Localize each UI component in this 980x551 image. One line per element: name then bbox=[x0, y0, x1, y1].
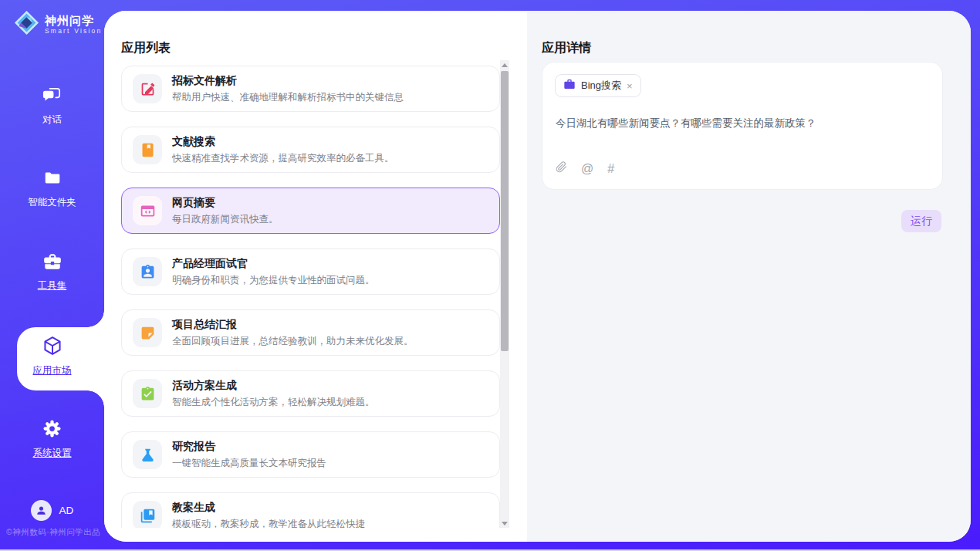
app-card-pm-interviewer[interactable]: 产品经理面试官 明确身份和职责，为您提供专业性的面试问题。 bbox=[121, 248, 500, 295]
toolbox-icon bbox=[42, 252, 63, 275]
flask-icon bbox=[133, 440, 162, 469]
app-card-research-report[interactable]: 研究报告 一键智能生成高质量长文本研究报告 bbox=[121, 431, 500, 478]
brand-diamond-icon bbox=[14, 10, 39, 39]
run-button[interactable]: 运行 bbox=[901, 210, 941, 232]
app-card-literature-search[interactable]: 文献搜索 快速精准查找学术资源，提高研究效率的必备工具。 bbox=[121, 127, 500, 173]
app-card-title: 教案生成 bbox=[172, 501, 365, 515]
app-list-title: 应用列表 bbox=[121, 40, 171, 56]
app-card-title: 网页摘要 bbox=[172, 196, 279, 210]
clipboard-check-icon bbox=[133, 379, 162, 408]
user-name: AD bbox=[59, 505, 74, 516]
sidebar-item-toolset[interactable]: 工具集 bbox=[0, 252, 104, 304]
sticky-note-icon bbox=[133, 318, 162, 347]
brand-subtitle: Smart Vision bbox=[45, 27, 102, 35]
app-card-event-plan[interactable]: 活动方案生成 智能生成个性化活动方案，轻松解决规划难题。 bbox=[121, 370, 500, 417]
app-card-desc: 每日政府新闻资讯快查。 bbox=[172, 213, 279, 226]
brand-name: 神州问学 bbox=[45, 14, 102, 27]
gear-icon bbox=[42, 418, 63, 442]
sidebar-item-label: 系统设置 bbox=[33, 447, 72, 460]
sidebar: 神州问学 Smart Vision 对话 智能文件夹 工具集 bbox=[0, 0, 104, 551]
main-panel: 应用列表 招标文件解析 帮助用户快速、准确地理解和解析招标书中的关键信息 bbox=[104, 11, 971, 542]
person-doc-icon bbox=[133, 257, 162, 286]
app-card-desc: 明确身份和职责，为您提供专业性的面试问题。 bbox=[172, 274, 375, 287]
app-card-title: 研究报告 bbox=[172, 440, 326, 454]
tool-chip-bing-search[interactable]: Bing搜索 × bbox=[555, 74, 641, 97]
folder-icon bbox=[42, 168, 63, 191]
app-card-title: 招标文件解析 bbox=[172, 74, 404, 88]
scrollbar-down-arrow-icon[interactable] bbox=[500, 519, 509, 528]
app-card-title: 活动方案生成 bbox=[172, 379, 375, 393]
user-account[interactable]: AD bbox=[0, 500, 104, 521]
composer-toolbar: @ # bbox=[556, 161, 614, 177]
app-card-web-summary[interactable]: 网页摘要 每日政府新闻资讯快查。 bbox=[121, 188, 500, 234]
close-icon[interactable]: × bbox=[627, 81, 633, 91]
app-card-project-summary[interactable]: 项目总结汇报 全面回顾项目进展，总结经验教训，助力未来优化发展。 bbox=[121, 309, 500, 356]
app-detail-title: 应用详情 bbox=[542, 40, 591, 56]
query-text[interactable]: 今日湖北有哪些新闻要点？有哪些需要关注的最新政策？ bbox=[556, 117, 816, 130]
edit-square-icon bbox=[133, 74, 162, 103]
book-icon bbox=[133, 135, 162, 164]
app-card-title: 文献搜索 bbox=[172, 135, 394, 149]
app-card-lesson-plan[interactable]: 教案生成 模板驱动，教案秒成，教学准备从此轻松快捷 bbox=[121, 492, 500, 528]
scrollbar-thumb[interactable] bbox=[501, 71, 509, 351]
books-icon bbox=[133, 501, 162, 528]
prompt-card: Bing搜索 × 今日湖北有哪些新闻要点？有哪些需要关注的最新政策？ @ # bbox=[542, 62, 943, 190]
chat-icon bbox=[42, 85, 63, 109]
app-card-title: 项目总结汇报 bbox=[172, 318, 414, 332]
paperclip-icon[interactable] bbox=[556, 161, 567, 177]
sidebar-item-label: 应用市场 bbox=[33, 364, 72, 377]
sidebar-item-label: 工具集 bbox=[38, 279, 67, 292]
app-card-desc: 模板驱动，教案秒成，教学准备从此轻松快捷 bbox=[172, 518, 365, 529]
cube-icon bbox=[42, 335, 63, 360]
mention-icon[interactable]: @ bbox=[581, 162, 593, 176]
app-card-desc: 一键智能生成高质量长文本研究报告 bbox=[172, 457, 326, 470]
app-card-desc: 智能生成个性化活动方案，轻松解决规划难题。 bbox=[172, 396, 375, 409]
app-card-desc: 快速精准查找学术资源，提高研究效率的必备工具。 bbox=[172, 152, 394, 165]
app-card-bid-document-parsing[interactable]: 招标文件解析 帮助用户快速、准确地理解和解析招标书中的关键信息 bbox=[121, 66, 500, 112]
app-detail-pane: 应用详情 Bing搜索 × 今日湖北有哪些新闻要点？有哪些需要关注的最新政策？ bbox=[527, 11, 971, 542]
app-list-pane: 应用列表 招标文件解析 帮助用户快速、准确地理解和解析招标书中的关键信息 bbox=[104, 11, 527, 542]
avatar bbox=[31, 500, 52, 521]
sidebar-item-label: 智能文件夹 bbox=[28, 196, 76, 209]
web-window-icon bbox=[133, 196, 162, 225]
app-card-title: 产品经理面试官 bbox=[172, 257, 375, 271]
sidebar-item-settings[interactable]: 系统设置 bbox=[0, 418, 104, 471]
brand-logo: 神州问学 Smart Vision bbox=[14, 10, 102, 39]
tool-chip-label: Bing搜索 bbox=[581, 79, 621, 93]
sidebar-item-app-market[interactable]: 应用市场 bbox=[0, 335, 104, 387]
hash-icon[interactable]: # bbox=[607, 162, 614, 176]
briefcase-icon bbox=[563, 78, 576, 93]
scrollbar-up-arrow-icon[interactable] bbox=[500, 60, 509, 69]
sidebar-item-smart-folder[interactable]: 智能文件夹 bbox=[0, 168, 104, 221]
sidebar-item-label: 对话 bbox=[42, 113, 62, 127]
app-card-desc: 全面回顾项目进展，总结经验教训，助力未来优化发展。 bbox=[172, 335, 414, 348]
scrollbar[interactable] bbox=[500, 60, 509, 528]
copyright-footer: ©神州数码·神州问学出品 bbox=[6, 527, 100, 538]
app-card-desc: 帮助用户快速、准确地理解和解析招标书中的关键信息 bbox=[172, 91, 404, 104]
sidebar-item-chat[interactable]: 对话 bbox=[0, 85, 104, 137]
app-card-list: 招标文件解析 帮助用户快速、准确地理解和解析招标书中的关键信息 文献搜索 快速精… bbox=[121, 66, 500, 528]
